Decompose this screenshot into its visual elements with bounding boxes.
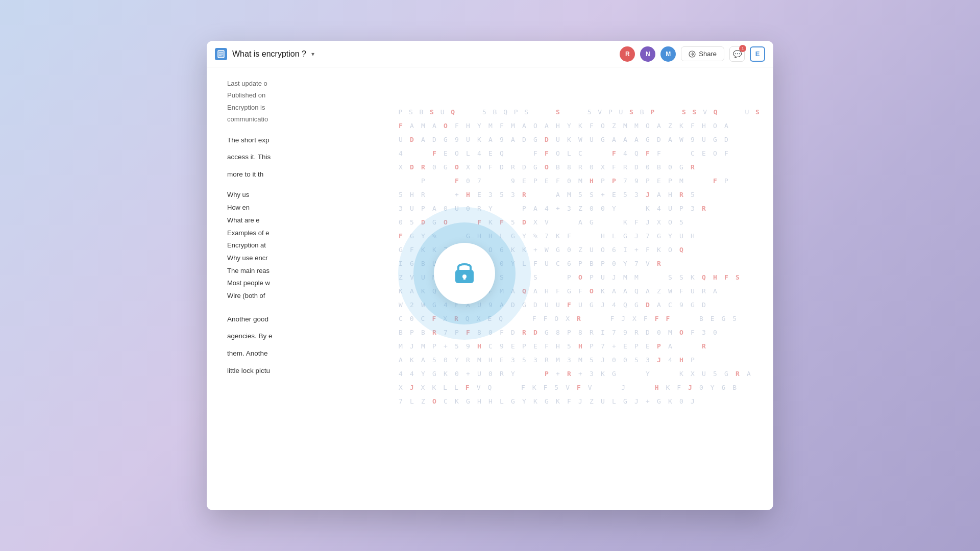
- grid-cell: O: [676, 325, 688, 339]
- grid-cell: H: [542, 284, 553, 298]
- grid-cell: R: [699, 284, 710, 298]
- meta-published: Published on: [227, 89, 385, 101]
- grid-cell: 9: [688, 133, 699, 146]
- grid-cell: A: [530, 202, 542, 215]
- grid-cell: [429, 174, 440, 188]
- grid-cell: A: [654, 119, 665, 133]
- grid-cell: A: [665, 133, 676, 146]
- grid-cell: G: [542, 325, 553, 339]
- grid-cell: U: [598, 394, 609, 408]
- grid-cell: D: [519, 160, 530, 174]
- title-dropdown-arrow[interactable]: ▾: [311, 51, 314, 58]
- grid-cell: F: [721, 270, 732, 284]
- grid-cell: G: [530, 160, 542, 174]
- grid-cell: J: [474, 243, 485, 257]
- grid-cell: [530, 367, 542, 381]
- grid-cell: G: [440, 160, 452, 174]
- grid-cell: +: [452, 188, 463, 202]
- grid-cell: F: [474, 284, 485, 298]
- grid-cell: [685, 312, 696, 325]
- grid-cell: J: [609, 270, 620, 284]
- titlebar: What is encryption ? ▾ R N M Share 💬 1 E: [207, 41, 773, 67]
- grid-cell: 0: [463, 202, 474, 215]
- grid-cell: [699, 394, 710, 408]
- grid-cell: F: [452, 174, 463, 188]
- meta-communication: communicatio: [227, 113, 385, 125]
- grid-cell: [665, 146, 676, 160]
- grid-cell: O: [551, 312, 562, 325]
- grid-cell: V: [595, 105, 606, 119]
- grid-cell: [654, 270, 665, 284]
- grid-cell: X: [562, 312, 574, 325]
- grid-cell: U: [688, 284, 699, 298]
- grid-cell: A: [542, 119, 553, 133]
- avatar-e[interactable]: E: [750, 46, 765, 62]
- grid-cell: [396, 174, 407, 188]
- grid-cell: S: [753, 105, 764, 119]
- grid-cell: +: [553, 202, 564, 215]
- grid-cell: H: [485, 353, 497, 367]
- grid-cell: B: [637, 105, 648, 119]
- grid-cell: [532, 105, 543, 119]
- grid-cell: 3: [508, 353, 519, 367]
- grid-cell: Z: [575, 202, 586, 215]
- grid-cell: B: [586, 257, 598, 270]
- grid-cell: Z: [586, 394, 598, 408]
- grid-cell: J: [654, 353, 665, 367]
- avatar-n[interactable]: N: [640, 46, 655, 62]
- grid-cell: [741, 312, 752, 325]
- lock-icon: [453, 259, 476, 289]
- grid-cell: P: [519, 202, 530, 215]
- svg-rect-5: [455, 270, 474, 283]
- grid-cell: 4: [542, 202, 553, 215]
- avatar-r[interactable]: R: [620, 46, 635, 62]
- grid-cell: R: [575, 160, 586, 174]
- grid-cell: C: [418, 312, 429, 325]
- grid-cell: [543, 105, 553, 119]
- grid-cell: H: [553, 339, 564, 353]
- grid-cell: F: [575, 284, 586, 298]
- grid-row: I6BUFQROI0YLFUC6PBP0Y7VR: [396, 257, 763, 270]
- grid-cell: O: [553, 146, 564, 160]
- grid-cell: E: [707, 312, 719, 325]
- content-area: PSBSUQ 5BQPS S 5VPUSBP SSVQ USFAMAOFHYMF…: [207, 67, 773, 510]
- grid-cell: K: [529, 381, 541, 394]
- grid-cell: 6: [497, 243, 508, 257]
- grid-cell: A: [553, 188, 564, 202]
- grid-cell: E: [699, 146, 710, 160]
- grid-cell: E: [609, 188, 620, 202]
- grid-cell: [710, 353, 721, 367]
- share-button[interactable]: Share: [681, 46, 724, 61]
- grid-cell: U: [553, 133, 564, 146]
- para-more: more to it th: [227, 168, 385, 181]
- grid-cell: O: [530, 119, 542, 133]
- grid-cell: K: [530, 394, 542, 408]
- grid-cell: [518, 312, 529, 325]
- grid-cell: Q: [676, 243, 688, 257]
- grid-cell: J: [643, 188, 654, 202]
- avatar-m[interactable]: M: [660, 46, 676, 62]
- grid-cell: A: [418, 133, 429, 146]
- grid-cell: K: [429, 381, 440, 394]
- grid-cell: U: [699, 367, 710, 381]
- grid-cell: Q: [631, 146, 643, 160]
- grid-cell: R: [463, 353, 474, 367]
- grid-cell: U: [598, 270, 609, 284]
- grid-cell: [654, 367, 665, 381]
- comment-button[interactable]: 💬 1: [729, 46, 745, 62]
- grid-cell: Z: [609, 119, 620, 133]
- grid-cell: 0: [609, 257, 620, 270]
- lock-circle-inner: [434, 243, 495, 304]
- grid-cell: R: [519, 325, 530, 339]
- para-access: access it. This: [227, 151, 385, 164]
- grid-cell: G: [519, 298, 530, 312]
- grid-cell: F: [688, 119, 699, 133]
- grid-cell: [574, 105, 585, 119]
- grid-cell: P: [721, 174, 732, 188]
- grid-cell: F: [497, 215, 508, 229]
- grid-cell: M: [463, 284, 474, 298]
- grid-cell: P: [688, 353, 699, 367]
- grid-row: FAMAOFHYMFMAOAHYKFOZMMOAZKFHOA: [396, 119, 763, 133]
- grid-cell: G: [586, 298, 598, 312]
- grid-cell: K: [429, 243, 440, 257]
